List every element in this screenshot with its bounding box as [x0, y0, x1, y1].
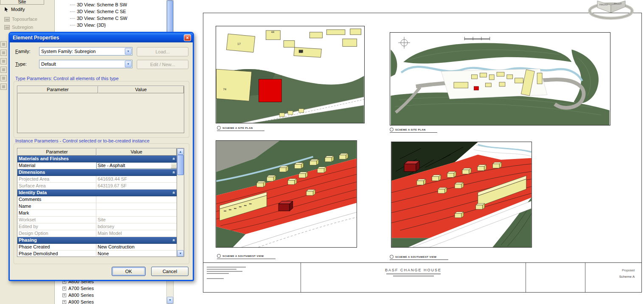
type-combobox[interactable]: Default ▼ — [39, 60, 132, 68]
scroll-up-icon[interactable]: ▲ — [177, 148, 184, 155]
cancel-button[interactable]: Cancel — [151, 267, 188, 276]
parameter-column-header[interactable]: Parameter — [17, 148, 96, 156]
param-row[interactable]: Surface Area643119.67 SF — [17, 183, 177, 190]
param-row[interactable]: MaterialSite - Asphalt... — [17, 162, 177, 169]
tree-item-label: A900 Series — [68, 299, 94, 304]
tree-item-sheet-series[interactable]: +A900 Series — [55, 298, 166, 304]
param-value[interactable]: bdorsey — [96, 223, 177, 230]
tool-modify[interactable]: Modify — [0, 6, 44, 13]
tool-toposurface-label: Toposurface — [12, 17, 37, 22]
chevron-down-icon[interactable]: ▼ — [125, 61, 132, 67]
toolbar-icon[interactable] — [0, 50, 7, 56]
tool-subregion[interactable]: Subregion — [0, 23, 44, 31]
tree-connector — [70, 11, 75, 12]
instance-parameters-table: Parameter Value Materials and Finishes«M… — [17, 148, 184, 257]
sheet-view[interactable]: 17 44 74 98 — [203, 13, 642, 293]
param-value[interactable]: 643119.67 SF — [96, 183, 177, 189]
viewport-site-plan-overall[interactable] — [390, 32, 610, 126]
tree-item-sheet-series[interactable]: +A700 Series — [55, 285, 166, 292]
tree-item-3d-view[interactable]: 3D View: {3D} — [55, 22, 166, 28]
chevron-down-icon[interactable]: ▼ — [125, 48, 132, 55]
viewcube[interactable]: FRONT RIGHT — [585, 0, 641, 21]
type-params-body — [17, 93, 184, 133]
scrollbar-thumb[interactable] — [177, 155, 184, 175]
title-block-status-cell: Proposed Scheme A — [585, 263, 641, 292]
viewport-site-plan-detail[interactable]: 17 44 74 98 — [216, 26, 365, 123]
tree-item-sheet-series[interactable]: +A800 Series — [55, 292, 166, 298]
param-group-header[interactable]: Dimensions« — [17, 169, 177, 176]
ok-button[interactable]: OK — [112, 267, 146, 276]
param-group-label: Materials and Finishes — [17, 156, 170, 162]
scroll-down-icon[interactable]: ▼ — [177, 250, 184, 257]
param-row[interactable]: Comments — [17, 196, 177, 203]
param-row[interactable]: Mark — [17, 210, 177, 217]
param-group-header[interactable]: Phasing« — [17, 237, 177, 244]
expand-icon[interactable]: + — [62, 287, 66, 290]
viewport-3d-southwest-1[interactable] — [216, 140, 357, 248]
collapse-chevron-icon[interactable]: « — [171, 155, 177, 163]
family-label: Family: — [15, 47, 30, 56]
param-value[interactable]: None — [96, 251, 177, 257]
tree-item-3d-view[interactable]: 3D View: Scheme C SW — [55, 15, 166, 22]
toposurface-icon — [4, 17, 10, 22]
toolbar-icon[interactable] — [0, 84, 7, 90]
type-params-caption: Type Parameters: Control all elements of… — [15, 76, 118, 81]
collapse-chevron-icon[interactable]: « — [171, 169, 177, 176]
cursor-icon — [4, 7, 9, 12]
instance-table-scrollbar[interactable]: ▲ ▼ — [177, 148, 184, 257]
param-value[interactable]: Main Model — [96, 230, 177, 237]
dialog-title-bar[interactable]: Element Properties — [10, 33, 193, 42]
family-combobox[interactable]: System Family: Subregion ▼ — [39, 47, 132, 56]
tree-connector — [70, 5, 75, 5]
design-bar-tab-site[interactable]: Site — [0, 0, 44, 5]
viewcube-front-label[interactable]: FRONT — [599, 3, 608, 6]
param-group-header[interactable]: Identity Data« — [17, 190, 177, 196]
value-column-header[interactable]: Value — [98, 86, 184, 93]
family-value: System Family: Subregion — [41, 49, 96, 54]
parameter-column-header[interactable]: Parameter — [17, 86, 98, 93]
toolbar-icon[interactable] — [0, 41, 7, 47]
param-row[interactable]: Phase DemolishedNone — [17, 251, 177, 257]
tool-toposurface[interactable]: Toposurface — [0, 15, 44, 23]
tree-item-3d-view[interactable]: 3D View: Scheme B SW — [55, 1, 166, 8]
expand-icon[interactable]: + — [62, 293, 66, 297]
collapse-chevron-icon[interactable]: « — [171, 189, 177, 197]
param-name: Name — [17, 203, 96, 209]
sheet-project-title: BASF CHANGE HOUSE — [304, 268, 522, 272]
viewport-title: SCHEME A SITE PLAN — [217, 126, 264, 131]
drawing-area[interactable]: 17 44 74 98 — [174, 0, 644, 304]
toolbar-icon[interactable] — [0, 75, 7, 81]
sheet-scheme: Scheme A — [585, 275, 635, 279]
param-row[interactable]: Projected Area641693.44 SF — [17, 176, 177, 183]
close-icon[interactable]: × — [184, 34, 191, 41]
param-row[interactable]: Design OptionMain Model — [17, 230, 177, 237]
param-name: Edited by — [17, 223, 96, 230]
param-value[interactable] — [96, 196, 177, 203]
browse-value-button[interactable]: ... — [171, 163, 177, 168]
value-column-header[interactable]: Value — [96, 148, 177, 156]
param-row[interactable]: Name — [17, 203, 177, 210]
viewport-3d-southwest-2[interactable] — [391, 142, 532, 248]
collapse-chevron-icon[interactable]: « — [171, 237, 177, 244]
toolbar-icon[interactable] — [0, 67, 7, 73]
tree-item-3d-view[interactable]: 3D View: Scheme C SE — [55, 8, 166, 15]
param-value[interactable] — [96, 203, 177, 209]
param-row[interactable]: Edited bybdorsey — [17, 223, 177, 230]
scroll-down-icon[interactable]: ▼ — [167, 297, 173, 304]
param-value[interactable]: Site — [96, 217, 177, 223]
param-value[interactable] — [96, 210, 177, 216]
param-value[interactable]: Site - Asphalt... — [96, 162, 177, 169]
toolbar-icon[interactable] — [0, 58, 7, 64]
param-value[interactable]: 641693.44 SF — [96, 176, 177, 182]
param-row[interactable]: WorksetSite — [17, 217, 177, 223]
param-row[interactable]: Phase CreatedNew Construction — [17, 244, 177, 251]
param-group-header[interactable]: Materials and Finishes« — [17, 156, 177, 162]
edit-new-button[interactable]: Edit / New... — [137, 60, 188, 69]
param-name: Projected Area — [17, 176, 96, 182]
viewcube-right-label[interactable]: RIGHT — [614, 3, 622, 5]
param-group-label: Identity Data — [17, 190, 170, 196]
tool-modify-label: Modify — [11, 7, 25, 12]
param-value[interactable]: New Construction — [96, 244, 177, 250]
expand-icon[interactable]: + — [62, 300, 66, 304]
load-button[interactable]: Load... — [137, 47, 188, 56]
